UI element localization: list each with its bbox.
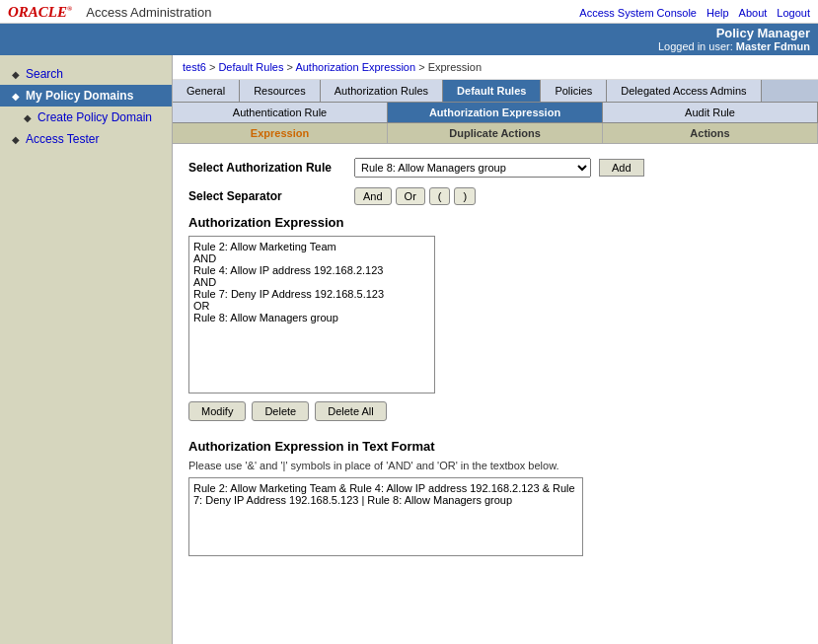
oracle-logo: ORACLE® Access Administration	[8, 4, 211, 21]
sidebar-link-my-policy-domains[interactable]: My Policy Domains	[26, 89, 133, 103]
sidebar: ◆ Search ◆ My Policy Domains ◆ Create Po…	[0, 55, 173, 644]
tabs-row-1: General Resources Authorization Rules De…	[173, 80, 818, 103]
action-buttons: Modify Delete Delete All	[188, 401, 802, 421]
nav-help[interactable]: Help	[706, 7, 729, 19]
tab-default-rules[interactable]: Default Rules	[443, 80, 541, 102]
expression-textarea[interactable]: Rule 2: Allow Marketing Team AND Rule 4:…	[188, 236, 435, 394]
bullet-my-policy: ◆	[12, 91, 20, 102]
breadcrumb-sep1: >	[209, 61, 218, 73]
text-format-section: Authorization Expression in Text Format …	[188, 439, 802, 559]
separator-label: Select Separator	[188, 189, 346, 203]
select-rule-row: Select Authorization Rule Rule 2: Allow …	[188, 158, 802, 178]
tab-actions[interactable]: Actions	[603, 123, 818, 143]
expression-box-container: Rule 2: Allow Marketing Team AND Rule 4:…	[188, 236, 802, 394]
tab-policies[interactable]: Policies	[541, 80, 607, 102]
tab-authorization-expression[interactable]: Authorization Expression	[388, 103, 603, 122]
logged-in-info: Logged in user: Master Fdmun	[8, 40, 810, 52]
tab-authorization-rules[interactable]: Authorization Rules	[321, 80, 443, 102]
sidebar-item-search[interactable]: ◆ Search	[0, 63, 172, 85]
separator-row: Select Separator And Or ( )	[188, 187, 802, 205]
sidebar-link-create-policy-domain[interactable]: Create Policy Domain	[37, 110, 152, 124]
sidebar-item-create-policy-domain[interactable]: ◆ Create Policy Domain	[0, 107, 172, 128]
expression-heading: Authorization Expression	[188, 215, 802, 230]
oracle-brand: ORACLE®	[8, 4, 72, 21]
policy-manager-label: Policy Manager	[8, 26, 810, 40]
sep-open-paren-button[interactable]: (	[429, 187, 451, 205]
tab-general[interactable]: General	[173, 80, 240, 102]
app-title: Access Administration	[86, 5, 211, 20]
sidebar-item-my-policy-domains[interactable]: ◆ My Policy Domains	[0, 85, 172, 107]
tab-authentication-rule[interactable]: Authentication Rule	[173, 103, 388, 122]
delete-button[interactable]: Delete	[252, 401, 309, 421]
nav-access-system-console[interactable]: Access System Console	[579, 7, 697, 19]
tab-expression[interactable]: Expression	[173, 123, 388, 143]
breadcrumb-expression: Expression	[428, 61, 482, 73]
bullet-create-policy: ◆	[24, 112, 32, 123]
header-nav: Access System Console Help About Logout	[579, 7, 810, 19]
header-main-row: ORACLE® Access Administration Access Sys…	[0, 0, 818, 24]
breadcrumb-default-rules[interactable]: Default Rules	[218, 61, 283, 73]
text-format-heading: Authorization Expression in Text Format	[188, 439, 802, 454]
content-area: test6 > Default Rules > Authorization Ex…	[173, 55, 818, 644]
tab-audit-rule[interactable]: Audit Rule	[603, 103, 818, 122]
tabs-row-3: Expression Duplicate Actions Actions	[173, 123, 818, 144]
sidebar-link-access-tester[interactable]: Access Tester	[26, 132, 99, 146]
modify-button[interactable]: Modify	[188, 401, 246, 421]
bullet-search: ◆	[12, 69, 20, 80]
delete-all-button[interactable]: Delete All	[315, 401, 386, 421]
main-layout: ◆ Search ◆ My Policy Domains ◆ Create Po…	[0, 55, 818, 644]
nav-logout[interactable]: Logout	[777, 7, 810, 19]
tab-resources[interactable]: Resources	[240, 80, 321, 102]
separator-buttons: And Or ( )	[354, 187, 476, 205]
tabs-row-2: Authentication Rule Authorization Expres…	[173, 103, 818, 123]
nav-about[interactable]: About	[739, 7, 768, 19]
form-area: Select Authorization Rule Rule 2: Allow …	[173, 144, 818, 573]
tab-delegated-access-admins[interactable]: Delegated Access Admins	[607, 80, 761, 102]
bullet-access-tester: ◆	[12, 134, 20, 145]
logged-in-user: Master Fdmun	[736, 40, 810, 52]
expression-section: Authorization Expression Rule 2: Allow M…	[188, 215, 802, 421]
breadcrumb-sep3: >	[418, 61, 427, 73]
breadcrumb: test6 > Default Rules > Authorization Ex…	[173, 55, 818, 80]
breadcrumb-test6[interactable]: test6	[183, 61, 206, 73]
tab-duplicate-actions[interactable]: Duplicate Actions	[388, 123, 603, 143]
sep-and-button[interactable]: And	[354, 187, 392, 205]
sidebar-item-access-tester[interactable]: ◆ Access Tester	[0, 128, 172, 150]
logged-in-text: Logged in user:	[658, 40, 733, 52]
sep-or-button[interactable]: Or	[396, 187, 425, 205]
text-format-textarea[interactable]: Rule 2: Allow Marketing Team & Rule 4: A…	[188, 477, 583, 556]
select-rule-label: Select Authorization Rule	[188, 161, 346, 175]
select-rule-dropdown[interactable]: Rule 2: Allow Marketing Team Rule 4: All…	[354, 158, 591, 178]
breadcrumb-auth-expression[interactable]: Authorization Expression	[295, 61, 415, 73]
header: ORACLE® Access Administration Access Sys…	[0, 0, 818, 55]
sidebar-link-search[interactable]: Search	[26, 67, 63, 81]
header-right-panel: Policy Manager Logged in user: Master Fd…	[0, 24, 818, 55]
text-format-note: Please use '&' and '|' symbols in place …	[188, 460, 802, 471]
add-button[interactable]: Add	[599, 159, 644, 177]
sep-close-paren-button[interactable]: )	[454, 187, 476, 205]
